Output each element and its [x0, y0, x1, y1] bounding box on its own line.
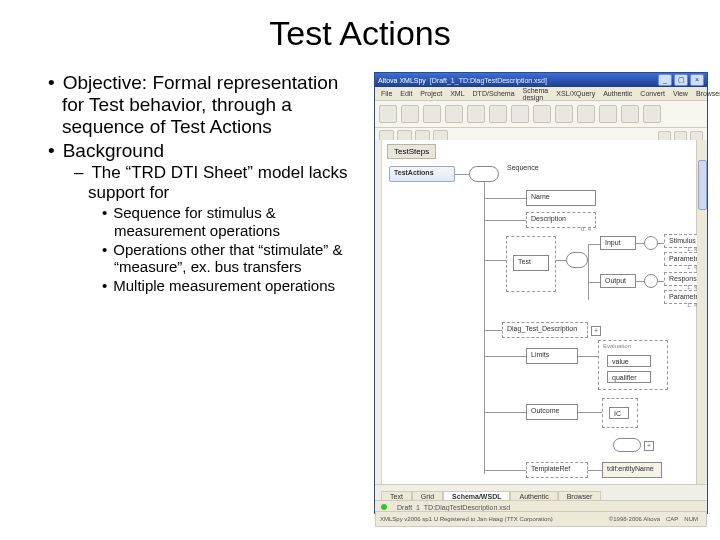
node-value[interactable]: value [607, 355, 651, 367]
file-tab-icon [381, 504, 387, 510]
toolbar-icon[interactable] [555, 105, 573, 123]
node-templateref[interactable]: TemplateRef [526, 462, 588, 478]
slide-title: Test Actions [0, 14, 720, 53]
cardinality: 1..∞ [687, 302, 694, 484]
toolbar-icon[interactable] [643, 105, 661, 123]
toolbar-icon[interactable] [379, 105, 397, 123]
menu-authentic[interactable]: Authentic [603, 90, 632, 97]
menu-convert[interactable]: Convert [640, 90, 665, 97]
toolbar-icon[interactable] [467, 105, 485, 123]
node-test[interactable]: Test [513, 255, 549, 271]
node-name[interactable]: Name [526, 190, 596, 206]
toolbar-icon[interactable] [423, 105, 441, 123]
bullet-sub1c: Multiple measurement operations [98, 277, 360, 294]
connector [484, 260, 506, 261]
compositor[interactable] [644, 236, 658, 250]
toolbar-icon[interactable] [445, 105, 463, 123]
menu-browser[interactable]: Browser [696, 90, 720, 97]
toolbar-icon[interactable] [577, 105, 595, 123]
connector [484, 330, 502, 331]
minimize-button[interactable]: _ [658, 74, 672, 86]
xmlspy-window: Altova XMLSpy [Draft_1_TD:DiagTestDescri… [374, 72, 708, 514]
toolbar-icon[interactable] [511, 105, 529, 123]
scroll-thumb[interactable] [698, 160, 707, 210]
node-outcome[interactable]: Outcome [526, 404, 578, 420]
node-ic[interactable]: IC [609, 407, 629, 419]
slide-body: Objective: Formal representation for Tes… [40, 72, 360, 297]
connector [484, 412, 526, 413]
compositor-choice[interactable] [613, 438, 641, 452]
menubar[interactable]: File Edit Project XML DTD/Schema Schema … [375, 87, 707, 101]
node-output[interactable]: Output [600, 274, 636, 288]
toolbar-icon[interactable] [489, 105, 507, 123]
connector [484, 356, 526, 357]
menu-xsl[interactable]: XSL/XQuery [556, 90, 595, 97]
connector [578, 356, 598, 357]
bullet-objective: Objective: Formal representation for Tes… [40, 72, 360, 138]
menu-edit[interactable]: Edit [400, 90, 412, 97]
node-root[interactable]: TestActions [389, 166, 455, 182]
toolbar-main [375, 101, 707, 128]
connector [484, 182, 485, 474]
node-limits[interactable]: Limits [526, 348, 578, 364]
compositor[interactable] [644, 274, 658, 288]
breadcrumb[interactable]: TestSteps [387, 144, 436, 159]
toolbar-icon[interactable] [533, 105, 551, 123]
connector [588, 244, 589, 300]
compositor-sequence[interactable] [469, 166, 499, 182]
bullet-sub1b: Operations other that “stimulate” & “mea… [98, 241, 360, 276]
expand-icon[interactable]: + [644, 441, 654, 451]
menu-schemadesign[interactable]: Schema design [523, 87, 549, 101]
bullet-background: Background [40, 140, 360, 162]
bullet-sub1: The “TRD DTI Sheet” model lacks support … [70, 163, 360, 202]
group-ic[interactable]: IC [602, 398, 638, 428]
open-file-tab[interactable]: Draft_1_TD:DiagTestDescription.xsd [397, 504, 510, 511]
doc-name: [Draft_1_TD:DiagTestDescription.xsd] [430, 77, 547, 84]
connector [484, 220, 526, 221]
workspace: TestSteps TestActions Sequence Name Desc… [375, 140, 707, 485]
titlebar: Altova XMLSpy [Draft_1_TD:DiagTestDescri… [375, 73, 707, 87]
bullet-sub1a: Sequence for stimulus & measurement oper… [98, 204, 360, 239]
connector [484, 198, 526, 199]
node-test-group[interactable]: Test [506, 236, 556, 292]
schema-canvas[interactable]: TestSteps TestActions Sequence Name Desc… [381, 140, 697, 485]
group-title: Evaluation [599, 341, 667, 351]
sequence-label: Sequence [503, 162, 543, 173]
connector [588, 244, 600, 245]
status-left: XMLSpy v2006 sp1 U Registered to Jan Haa… [380, 516, 553, 522]
node-input[interactable]: Input [600, 236, 636, 250]
compositor[interactable] [566, 252, 588, 268]
toolbar-icon[interactable] [599, 105, 617, 123]
menu-dtd[interactable]: DTD/Schema [473, 90, 515, 97]
connector [588, 470, 602, 471]
connector [578, 412, 602, 413]
menu-project[interactable]: Project [420, 90, 442, 97]
menu-view[interactable]: View [673, 90, 688, 97]
group-evaluation[interactable]: Evaluation value qualifier [598, 340, 668, 390]
node-diag[interactable]: Diag_Test_Description [502, 322, 588, 338]
vertical-scrollbar[interactable] [696, 140, 707, 485]
connector [455, 174, 469, 175]
view-tabs[interactable]: Text Grid Schema/WSDL Authentic Browser [375, 484, 707, 501]
node-template-type[interactable]: tdif:entityName [602, 462, 662, 478]
expand-icon[interactable]: + [591, 326, 601, 336]
maximize-button[interactable]: ▢ [674, 74, 688, 86]
menu-file[interactable]: File [381, 90, 392, 97]
app-name: Altova XMLSpy [378, 77, 426, 84]
connector [556, 260, 566, 261]
connector [484, 470, 526, 471]
toolbar-icon[interactable] [621, 105, 639, 123]
connector [636, 243, 644, 244]
node-qualifier[interactable]: qualifier [607, 371, 651, 383]
close-button[interactable]: × [690, 74, 704, 86]
status-num: NUM [684, 516, 698, 522]
toolbar-icon[interactable] [401, 105, 419, 123]
status-caps: CAP [666, 516, 678, 522]
status-copyright: ©1998-2006 Altova [609, 516, 660, 522]
connector [636, 281, 644, 282]
menu-xml[interactable]: XML [450, 90, 464, 97]
connector [588, 282, 600, 283]
